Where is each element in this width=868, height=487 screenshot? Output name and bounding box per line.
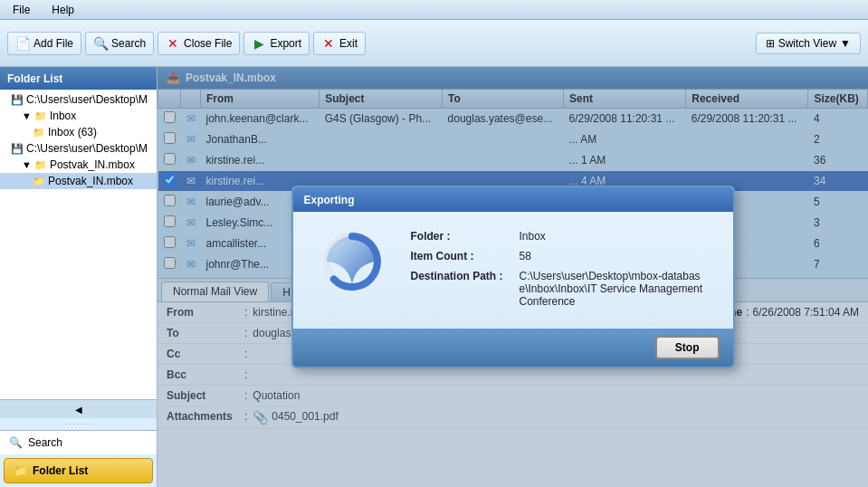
dialog-body: Folder : Inbox Item Count : 58 Destinati…	[293, 212, 733, 329]
content-area: 📥 Postvak_IN.mbox From Subject To Sent R…	[157, 67, 868, 487]
dialog-folder-row: Folder : Inbox	[411, 230, 706, 243]
expand-icon-2: ▼	[22, 159, 32, 170]
dialog-dest-path-row: Destination Path : C:\Users\user\Desktop…	[411, 270, 706, 308]
dialog-item-count-row: Item Count : 58	[411, 250, 706, 263]
tree-item-1[interactable]: 💾 C:\Users\user\Desktop\M	[0, 91, 157, 108]
sidebar-bottom: ◀ · · · · · · · 🔍 Search 📁 Folder List	[0, 399, 157, 487]
sidebar-folder-icon: 📁	[14, 464, 27, 477]
folder-icon-inbox-63: 📁	[33, 127, 45, 138]
sidebar-search-btn[interactable]: 🔍 Search	[0, 430, 157, 454]
stop-button[interactable]: Stop	[655, 336, 720, 359]
switch-view-button[interactable]: ⊞ Switch View ▼	[756, 33, 861, 54]
main-layout: Folder List 💾 C:\Users\user\Desktop\M ▼ …	[0, 67, 868, 487]
dialog-title: Exporting	[293, 187, 733, 212]
sidebar-scroll-up[interactable]: ◀	[0, 400, 157, 418]
progress-spinner	[320, 230, 384, 293]
search-button[interactable]: 🔍 Search	[85, 32, 154, 55]
sidebar-folder-btn[interactable]: 📁 Folder List	[4, 458, 153, 483]
expand-icon-1: ▼	[22, 110, 32, 121]
tree-item-inbox-63[interactable]: 📁 Inbox (63)	[0, 124, 157, 140]
exit-icon: ✕	[321, 36, 336, 51]
search-icon: 🔍	[93, 36, 108, 51]
menubar: File Help	[0, 0, 868, 20]
dialog-info: Folder : Inbox Item Count : 58 Destinati…	[411, 230, 706, 315]
tree-item-2[interactable]: 💾 C:\Users\user\Desktop\M	[0, 140, 157, 157]
hdd-icon-2: 💾	[11, 143, 24, 155]
hdd-icon-1: 💾	[11, 94, 24, 106]
toolbar: 📄 Add File 🔍 Search ✕ Close File ▶ Expor…	[0, 20, 868, 67]
switch-view-chevron-icon: ▼	[840, 37, 851, 50]
close-file-icon: ✕	[166, 36, 180, 51]
folder-icon-postvak-in: 📁	[33, 176, 45, 187]
menu-help[interactable]: Help	[46, 2, 80, 18]
dialog-footer: Stop	[293, 329, 733, 367]
export-icon: ▶	[252, 36, 266, 51]
folder-list-header: Folder List	[0, 67, 157, 90]
sidebar-nav-dots: · · · · · · ·	[0, 418, 157, 430]
close-file-button[interactable]: ✕ Close File	[157, 32, 240, 55]
tree-item-postvak[interactable]: ▼ 📁 Postvak_IN.mbox	[0, 157, 157, 173]
folder-icon-postvak: 📁	[34, 159, 47, 171]
tree-item-inbox[interactable]: ▼ 📁 Inbox	[0, 108, 157, 124]
add-file-button[interactable]: 📄 Add File	[7, 32, 81, 55]
folder-tree[interactable]: 💾 C:\Users\user\Desktop\M ▼ 📁 Inbox 📁 In…	[0, 90, 157, 399]
spinner-container	[320, 230, 393, 296]
sidebar: Folder List 💾 C:\Users\user\Desktop\M ▼ …	[0, 67, 157, 487]
tree-item-postvak-in[interactable]: 📁 Postvak_IN.mbox	[0, 173, 157, 189]
export-button[interactable]: ▶ Export	[243, 32, 310, 55]
sidebar-search-icon: 🔍	[9, 436, 23, 449]
dialog-overlay: Exporting	[157, 67, 868, 487]
menu-file[interactable]: File	[7, 2, 35, 18]
add-file-icon: 📄	[15, 36, 30, 51]
switch-view-icon: ⊞	[766, 37, 775, 50]
export-dialog: Exporting	[291, 186, 735, 368]
exit-button[interactable]: ✕ Exit	[313, 32, 366, 55]
folder-icon-inbox: 📁	[34, 110, 47, 122]
